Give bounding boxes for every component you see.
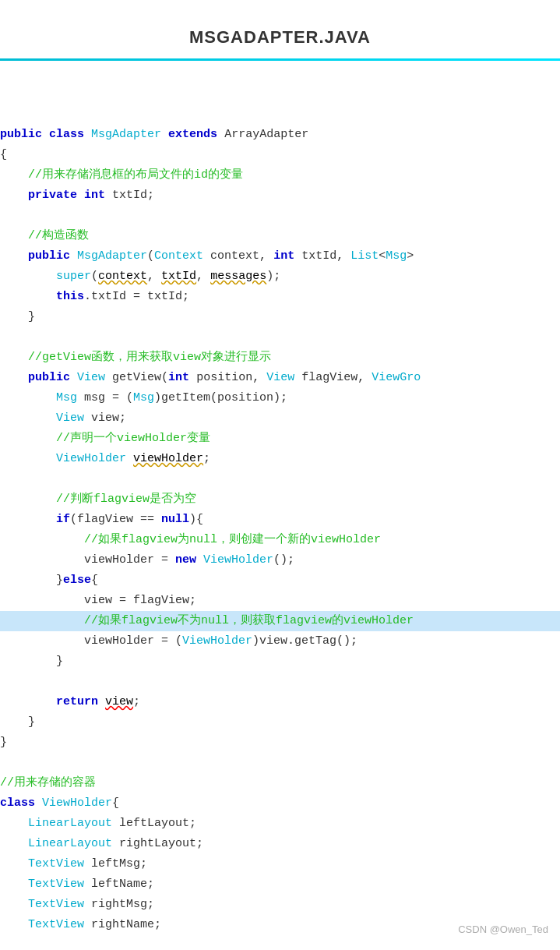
code-line [0, 327, 560, 348]
code-line: ViewHolder viewHolder; [0, 449, 560, 469]
code-line: view = flagView; [0, 591, 560, 611]
code-line: viewHolder = (ViewHolder)view.getTag(); [0, 631, 560, 652]
code-line: super(context, txtId, messages); [0, 267, 560, 287]
code-line: } [0, 652, 560, 672]
code-line [0, 469, 560, 489]
code-line: //getView函数，用来获取view对象进行显示 [0, 348, 560, 368]
code-line [0, 672, 560, 692]
code-line: TextView leftName; [0, 874, 560, 895]
code-line: private int txtId; [0, 185, 560, 206]
code-line: LinearLayout leftLayout; [0, 814, 560, 834]
code-line: if(flagView == null){ [0, 510, 560, 530]
watermark: CSDN @Owen_Ted [458, 922, 548, 938]
code-line: LinearLayout rightLayout; [0, 834, 560, 854]
code-line: //用来存储的容器 [0, 773, 560, 793]
code-line: viewHolder = new ViewHolder(); [0, 550, 560, 570]
code-line: TextView rightMsg; [0, 895, 560, 915]
code-line [0, 206, 560, 226]
code-line: this.txtId = txtId; [0, 287, 560, 307]
code-line: //构造函数 [0, 226, 560, 246]
code-line [0, 84, 560, 104]
code-line: } [0, 733, 560, 753]
code-line [0, 753, 560, 773]
code-line [0, 104, 560, 125]
code-line: TextView leftMsg; [0, 854, 560, 874]
code-line: { [0, 145, 560, 165]
code-area: public class MsgAdapter extends ArrayAda… [0, 76, 560, 943]
code-line: //声明一个viewHolder变量 [0, 429, 560, 449]
code-line: }else{ [0, 570, 560, 591]
code-line: //用来存储消息框的布局文件的id的变量 [0, 165, 560, 185]
code-line: public MsgAdapter(Context context, int t… [0, 246, 560, 267]
code-line: class ViewHolder{ [0, 793, 560, 814]
code-line: public View getView(int position, View f… [0, 368, 560, 388]
code-line: //如果flagview不为null，则获取flagview的viewHolde… [0, 611, 560, 631]
page-title: MSGADAPTER.JAVA [0, 0, 560, 58]
code-line: return view; [0, 692, 560, 712]
code-line: public class MsgAdapter extends ArrayAda… [0, 125, 560, 145]
code-line: } [0, 712, 560, 733]
code-line: //判断flagview是否为空 [0, 489, 560, 510]
code-line: //如果flagview为null，则创建一个新的viewHolder [0, 530, 560, 550]
title-divider [0, 58, 560, 61]
code-line: Msg msg = (Msg)getItem(position); [0, 388, 560, 408]
code-line: } [0, 307, 560, 327]
code-line: View view; [0, 408, 560, 429]
